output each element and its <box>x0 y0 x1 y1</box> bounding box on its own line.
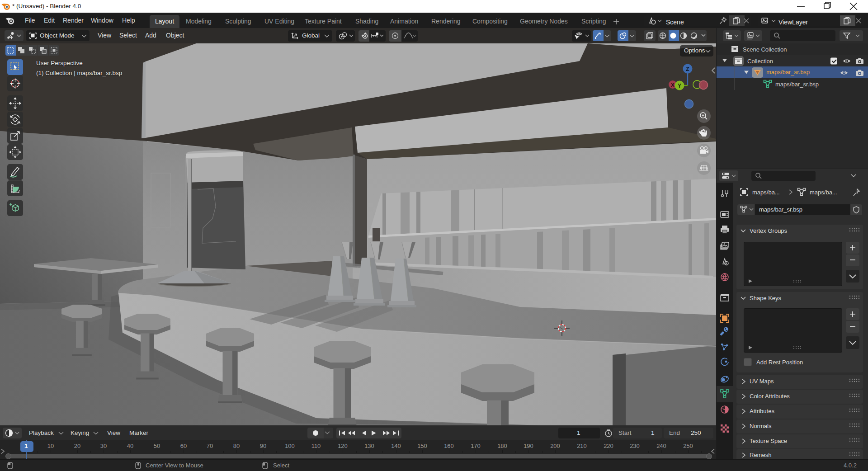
svg-text:Z: Z <box>686 66 689 72</box>
svg-text:X: X <box>671 82 675 88</box>
svg-text:Y: Y <box>678 83 681 89</box>
